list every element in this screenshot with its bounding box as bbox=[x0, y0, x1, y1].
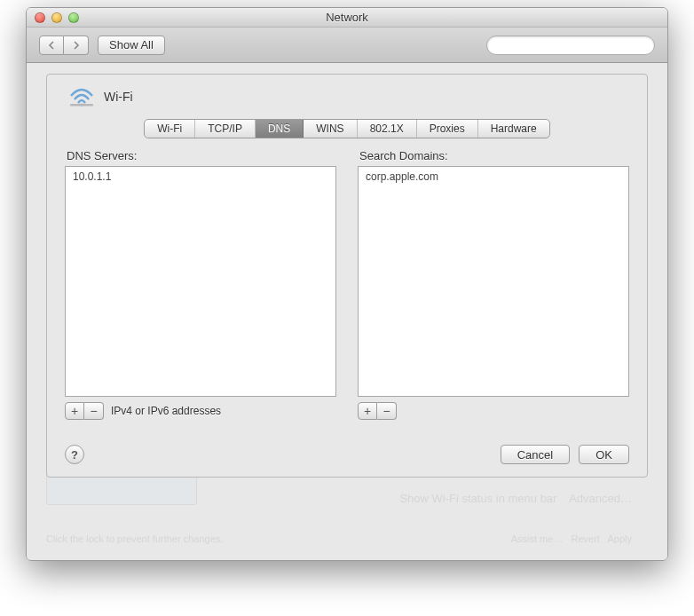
sheet-header: Wi-Fi bbox=[65, 87, 629, 107]
domain-add-button[interactable]: + bbox=[358, 402, 377, 420]
tab-bar: Wi-Fi TCP/IP DNS WINS 802.1X Proxies Har… bbox=[65, 119, 629, 138]
window-title: Network bbox=[27, 11, 667, 24]
close-button[interactable] bbox=[35, 12, 45, 23]
content-area: Location: Automatic Status: Connected Tu… bbox=[27, 63, 667, 560]
minimize-button[interactable] bbox=[51, 12, 62, 23]
search-domains-list[interactable]: corp.apple.com bbox=[358, 166, 629, 397]
tab-wifi[interactable]: Wi-Fi bbox=[145, 120, 195, 138]
dns-servers-footer: + − IPv4 or IPv6 addresses bbox=[65, 402, 336, 420]
search-wrap bbox=[486, 36, 655, 55]
back-button[interactable] bbox=[39, 36, 64, 55]
tab-proxies[interactable]: Proxies bbox=[417, 120, 478, 138]
wifi-icon bbox=[68, 87, 95, 107]
ok-button[interactable]: OK bbox=[579, 445, 629, 464]
help-button[interactable]: ? bbox=[65, 445, 84, 464]
show-all-button[interactable]: Show All bbox=[98, 36, 165, 55]
preferences-window: Network Show All Location: Automatic Sta… bbox=[26, 7, 668, 561]
dns-add-button[interactable]: + bbox=[65, 402, 84, 420]
titlebar: Network bbox=[27, 8, 667, 28]
minus-icon: − bbox=[90, 404, 97, 418]
dns-servers-label: DNS Servers: bbox=[65, 149, 336, 162]
toolbar: Show All bbox=[27, 28, 667, 63]
tab-hardware[interactable]: Hardware bbox=[478, 120, 549, 138]
zoom-button[interactable] bbox=[68, 12, 79, 23]
tab-group: Wi-Fi TCP/IP DNS WINS 802.1X Proxies Har… bbox=[144, 119, 549, 138]
tab-8021x[interactable]: 802.1X bbox=[358, 120, 417, 138]
search-domains-label: Search Domains: bbox=[358, 149, 629, 162]
domains-addremove: + − bbox=[358, 402, 397, 420]
chevron-right-icon bbox=[73, 41, 80, 50]
tab-dns[interactable]: DNS bbox=[256, 120, 304, 138]
forward-button[interactable] bbox=[64, 36, 89, 55]
search-domains-footer: + − bbox=[358, 402, 629, 420]
interface-name: Wi-Fi bbox=[104, 90, 133, 104]
chevron-left-icon bbox=[48, 41, 55, 50]
advanced-sheet: Wi-Fi Wi-Fi TCP/IP DNS WINS 802.1X Proxi… bbox=[46, 74, 648, 478]
dns-addremove: + − bbox=[65, 402, 104, 420]
list-item[interactable]: 10.0.1.1 bbox=[66, 169, 335, 185]
dns-panes: DNS Servers: 10.0.1.1 + − IPv4 or IPv6 a… bbox=[65, 149, 629, 420]
cancel-button[interactable]: Cancel bbox=[501, 445, 570, 464]
plus-icon: + bbox=[364, 404, 371, 418]
tab-wins[interactable]: WINS bbox=[304, 120, 357, 138]
svg-rect-3 bbox=[70, 104, 93, 107]
traffic-lights bbox=[35, 12, 79, 23]
minus-icon: − bbox=[382, 404, 390, 418]
help-icon: ? bbox=[71, 448, 78, 462]
dns-servers-list[interactable]: 10.0.1.1 bbox=[65, 166, 336, 397]
domain-remove-button[interactable]: − bbox=[377, 402, 397, 420]
dns-hint: IPv4 or IPv6 addresses bbox=[111, 405, 221, 417]
list-item[interactable]: corp.apple.com bbox=[359, 169, 628, 185]
dns-servers-pane: DNS Servers: 10.0.1.1 + − IPv4 or IPv6 a… bbox=[65, 149, 336, 420]
sheet-footer: ? Cancel OK bbox=[65, 445, 629, 464]
search-input[interactable] bbox=[486, 36, 655, 55]
plus-icon: + bbox=[71, 404, 78, 418]
dns-remove-button[interactable]: − bbox=[84, 402, 104, 420]
tab-tcpip[interactable]: TCP/IP bbox=[195, 120, 256, 138]
nav-buttons bbox=[39, 36, 89, 55]
search-domains-pane: Search Domains: corp.apple.com + − bbox=[358, 149, 629, 420]
